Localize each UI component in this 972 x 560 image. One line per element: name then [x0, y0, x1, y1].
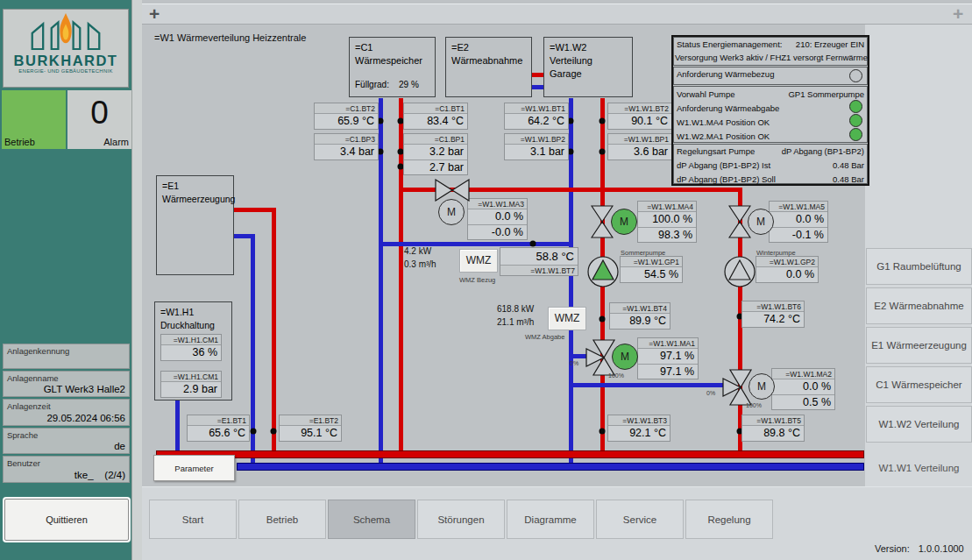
sensor-value: 58.8 °C — [500, 248, 578, 265]
betrieb-label: Betrieb — [4, 137, 35, 147]
sensor-h1cm1-pressure: =W1.H1.CM1 2.9 bar — [160, 371, 222, 398]
acknowledge-button[interactable]: Quittieren — [4, 499, 129, 541]
sensor-value: 74.2 °C — [742, 312, 804, 327]
betrieb-indicator: Betrieb — [2, 90, 66, 149]
status-row-energiemanagement: Status Energiemanagement: 210: Erzeuger … — [673, 37, 868, 66]
pipe-junction-dot — [600, 149, 606, 155]
sensor-value: 64.2 °C — [505, 114, 568, 129]
pump-gp2-icon — [723, 255, 756, 288]
add-view-icon[interactable]: + — [149, 4, 160, 23]
field-sprache[interactable]: Sprache de — [3, 428, 130, 454]
nav-w1w2-verteilung[interactable]: W1.W2 Verteilung — [866, 406, 972, 443]
sensor-value: 100.0 % — [638, 212, 696, 227]
status-subtext: Versorgung Werk3 aktiv / FHZ1 versorgt F… — [674, 52, 867, 64]
sensor-value: 0.0 % — [468, 209, 527, 224]
nav-w1w1-verteilung[interactable]: W1.W1 Verteilung — [866, 449, 972, 486]
sensor-bt7: 58.8 °C =W1.W1.BT7 — [500, 247, 578, 276]
field-anlagenname: Anlagenname GLT Werk3 Halle2 — [3, 371, 130, 397]
pump-gp2-values: =W1.W1.GP2 0.0 % — [756, 256, 819, 283]
sensor-tag: =W1.W1.BT1 — [505, 103, 568, 114]
status-label: dP Abgang (BP1-BP2) Soll — [677, 174, 776, 186]
status-label: Status Energiemanagement: — [677, 39, 782, 51]
sensor-tag: =W1.W1.MA4 — [638, 202, 696, 212]
status-label: dP Abgang (BP1-BP2) Ist — [677, 159, 770, 172]
ma1-position-led — [849, 128, 862, 141]
plant-box-name: Wärmeabnahme — [451, 54, 526, 67]
wmz-bezug-caption: WMZ Bezug — [459, 276, 495, 284]
sensor-tag: =W1.W1.BT6 — [742, 301, 804, 312]
tab-stoerungen[interactable]: Störungen — [417, 500, 505, 539]
sensor-value2: -0.1 % — [770, 227, 827, 242]
nav-c1-waermespeicher[interactable]: C1 Wärmespeicher — [866, 366, 972, 403]
field-label: Anlagenname — [4, 372, 129, 383]
top-toolbar — [142, 4, 972, 25]
sensor-value2: 97.1 % — [638, 364, 698, 379]
sensor-tag: =W1.W1.GP2 — [756, 257, 818, 267]
status-value: dP Abgang (BP1-BP2) — [782, 145, 864, 158]
sensor-bt4: =W1.W1.BT4 89.9 °C — [609, 302, 670, 330]
sensor-value: 3.2 bar — [404, 145, 467, 159]
tab-start[interactable]: Start — [149, 500, 237, 539]
wmz-abgabe-power: 618.8 kW — [497, 303, 534, 315]
sensor-c1bt2: =C1.BT2 65.9 °C — [314, 103, 379, 130]
sensor-w1bt1: =W1.W1.BT1 64.2 °C — [504, 103, 569, 130]
field-value: de — [114, 441, 125, 451]
return-bus — [237, 463, 864, 471]
nav-e2-waermeabnahme[interactable]: E2 Wärmeabnahme — [866, 287, 972, 324]
parameter-button[interactable]: Parameter — [153, 455, 235, 481]
wmz-abgabe-button[interactable]: WMZ — [548, 307, 586, 330]
tab-betrieb[interactable]: Betrieb — [238, 500, 326, 539]
pipe-junction-dot — [530, 241, 536, 247]
field-value: 29.05.2024 06:56 — [46, 413, 125, 423]
tab-schema[interactable]: Schema — [328, 500, 415, 539]
sensor-value2: 0.5 % — [772, 394, 834, 409]
brand-tagline: ENERGIE- UND GEBÄUDETECHNIK — [4, 68, 128, 74]
status-row-regelung: Regelungsart Pumpe dP Abgang (BP1-BP2) d… — [673, 144, 868, 184]
sensor-value2: -0.0 % — [468, 224, 527, 239]
pipe-junction-dot — [600, 118, 606, 124]
wmz-bezug-flow: 0.3 m³/h — [404, 259, 436, 271]
sensor-value: 0.0 % — [770, 212, 827, 227]
actuator-ma2: =W1.W1.MA2 0.0 % 0.5 % — [771, 368, 835, 410]
motor-ma2-icon: M — [749, 373, 775, 400]
plant-box-id: =C1 — [355, 41, 429, 54]
sensor-e1bt1: =E1.BT1 65.6 °C — [187, 415, 250, 442]
sidebar-divider — [131, 0, 142, 560]
sensor-c1bp1: =C1.BP1 3.2 bar 2.7 bar — [403, 133, 468, 175]
wmz-bezug-button[interactable]: WMZ — [459, 249, 498, 273]
status-label: W1.W1.MA4 Position OK — [674, 116, 867, 130]
field-benutzer[interactable]: Benutzer tke_ (2/4) — [3, 456, 130, 483]
sensor-tag: =C1.BP3 — [315, 134, 378, 145]
sensor-w1bp1: =W1.W1.BP1 3.6 bar — [607, 133, 672, 160]
version-info: Version: 1.0.0.1000 — [875, 543, 964, 554]
plant-box-name: Wärmespeicher — [355, 54, 429, 67]
wmz-abgabe-caption: WMZ Abgabe — [525, 333, 564, 341]
pipe-supply-e2-link — [532, 73, 543, 77]
alarm-counter: 0 Alarm — [67, 90, 131, 149]
nav-e1-waermeerzeugung[interactable]: E1 Wärmeerzeugung — [866, 327, 972, 364]
sensor-bt5: =W1.W1.BT5 89.8 °C — [741, 415, 805, 442]
field-anlagenkennung: Anlagenkennung — [3, 344, 130, 369]
motor-ma4-icon: M — [611, 209, 637, 235]
waermeabgabe-led — [849, 100, 862, 113]
sensor-value: 0.0 % — [772, 379, 834, 394]
sensor-tag: =C1.BT1 — [404, 103, 467, 114]
plant-box-c1: =C1 Wärmespeicher Füllgrad: 29 % — [349, 37, 436, 97]
pipe-return-e1-v — [251, 234, 255, 471]
nav-g1-raumbelueftung[interactable]: G1 Raumbelüftung — [866, 248, 972, 285]
alarm-label: Alarm — [103, 137, 129, 147]
tab-service[interactable]: Service — [596, 500, 684, 539]
sensor-tag: =W1.H1.CM1 — [161, 335, 221, 345]
fill-level-label: Füllgrad: — [355, 78, 389, 91]
sensor-h1cm1-percent: =W1.H1.CM1 36 % — [160, 334, 222, 361]
pipe-return-h1 — [175, 401, 180, 455]
sensor-tag: =W1.W1.BT5 — [742, 415, 804, 426]
add-view-icon-right[interactable]: + — [953, 4, 963, 23]
tab-diagramme[interactable]: Diagramme — [507, 500, 594, 539]
supply-bus — [156, 450, 864, 458]
status-label: Vorwahl Pumpe — [677, 88, 735, 101]
tab-regelung[interactable]: Regelung — [685, 500, 773, 539]
sensor-tag: =W1.W1.MA2 — [772, 369, 834, 379]
sensor-value: 90.1 °C — [608, 114, 671, 129]
sensor-tag: =W1.W1.GP1 — [621, 257, 682, 267]
